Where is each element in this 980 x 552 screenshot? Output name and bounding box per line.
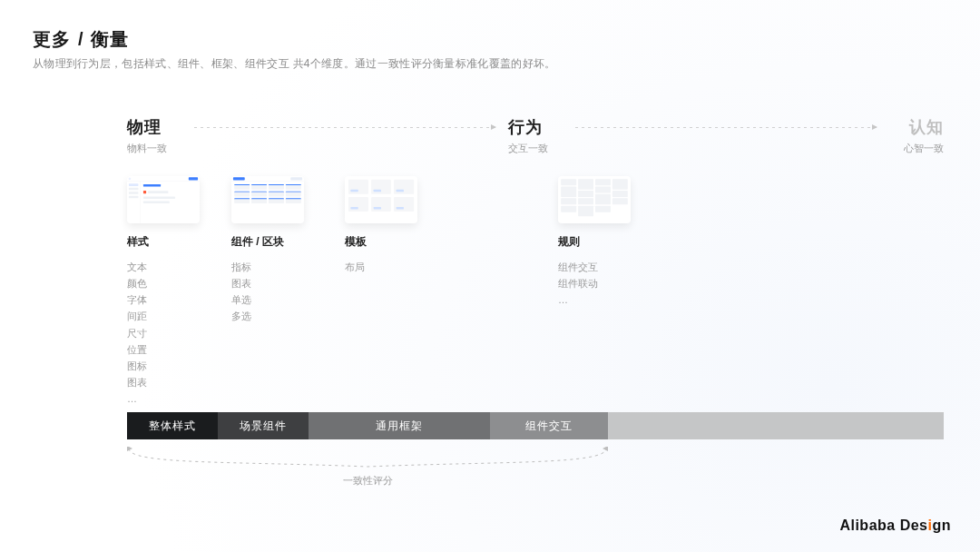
score-label: 一致性评分 bbox=[343, 474, 393, 488]
thumb-component bbox=[231, 176, 304, 223]
bar-seg-framework: 通用框架 bbox=[309, 412, 490, 439]
col-component-items: 指标 图表 单选 多选 bbox=[231, 259, 318, 325]
col-component: 组件 / 区块 指标 图表 单选 多选 bbox=[231, 176, 318, 407]
thumb-template bbox=[345, 176, 417, 223]
col-template-items: 布局 bbox=[345, 259, 422, 275]
list-item: 位置 bbox=[127, 341, 204, 358]
axis-cognition-heading: 认知 bbox=[909, 116, 944, 138]
axis-physical-heading: 物理 bbox=[127, 116, 181, 138]
list-item: 指标 bbox=[231, 259, 318, 275]
thumb-rule bbox=[558, 176, 631, 223]
axis-behavior: 行为 交互一致 bbox=[508, 116, 563, 155]
list-item: 组件交互 bbox=[558, 259, 658, 275]
col-style-items: 文本 颜色 字体 间距 尺寸 位置 图标 图表 … bbox=[127, 259, 204, 407]
col-template-title: 模板 bbox=[345, 234, 422, 250]
list-item: 布局 bbox=[345, 259, 422, 275]
list-item: 图表 bbox=[231, 275, 318, 291]
col-style-title: 样式 bbox=[127, 234, 204, 250]
title-separator: / bbox=[78, 29, 83, 50]
list-item: 尺寸 bbox=[127, 325, 204, 341]
brand-pre: Alibaba Des bbox=[839, 518, 927, 533]
svg-marker-0 bbox=[127, 447, 132, 451]
title-more: 更多 bbox=[33, 27, 71, 52]
col-style: 样式 文本 颜色 字体 间距 尺寸 位置 图标 图表 … bbox=[127, 176, 204, 407]
list-item: 图标 bbox=[127, 358, 204, 374]
axis-arrow-2 bbox=[575, 127, 877, 128]
bar-seg-remaining bbox=[608, 412, 944, 439]
axis-arrow-1 bbox=[194, 127, 495, 128]
slide: 更多 / 衡量 从物理到行为层，包括样式、组件、框架、组件交互 共4个维度。通过… bbox=[0, 0, 980, 552]
list-item: … bbox=[127, 390, 204, 407]
measure-bar: 整体样式 场景组件 通用框架 组件交互 bbox=[127, 412, 944, 439]
axis-physical: 物理 物料一致 bbox=[127, 116, 181, 155]
list-item: 组件联动 bbox=[558, 275, 658, 291]
list-item: 单选 bbox=[231, 291, 318, 308]
col-rule-title: 规则 bbox=[558, 234, 658, 250]
axis-behavior-heading: 行为 bbox=[508, 116, 563, 138]
col-rule-items: 组件交互 组件联动 … bbox=[558, 259, 658, 308]
title-main: 衡量 bbox=[91, 27, 129, 52]
axis-physical-sub: 物料一致 bbox=[127, 142, 181, 155]
brand-logo: Alibaba Design bbox=[839, 518, 951, 534]
list-item: 文本 bbox=[127, 259, 204, 275]
col-component-title: 组件 / 区块 bbox=[231, 234, 318, 250]
axis-cognition: 认知 心智一致 bbox=[889, 116, 944, 155]
list-item: … bbox=[558, 291, 658, 308]
svg-marker-1 bbox=[603, 447, 608, 451]
list-item: 颜色 bbox=[127, 275, 204, 291]
brand-post: gn bbox=[932, 518, 951, 533]
axis-behavior-sub: 交互一致 bbox=[508, 142, 563, 155]
col-rule: 规则 组件交互 组件联动 … bbox=[558, 176, 658, 407]
col-template: 模板 布局 bbox=[345, 176, 422, 407]
list-item: 字体 bbox=[127, 291, 204, 308]
columns: 样式 文本 颜色 字体 间距 尺寸 位置 图标 图表 … bbox=[127, 176, 658, 407]
axis-cognition-sub: 心智一致 bbox=[904, 142, 944, 155]
bar-seg-interact: 组件交互 bbox=[490, 412, 608, 439]
gap bbox=[449, 176, 531, 407]
subtitle: 从物理到行为层，包括样式、组件、框架、组件交互 共4个维度。通过一致性评分衡量标… bbox=[33, 56, 555, 72]
list-item: 多选 bbox=[231, 308, 318, 324]
list-item: 图表 bbox=[127, 374, 204, 390]
title-row: 更多 / 衡量 bbox=[33, 27, 129, 52]
axis-header: 物理 物料一致 行为 交互一致 认知 心智一致 bbox=[127, 116, 944, 155]
bar-seg-scene: 场景组件 bbox=[218, 412, 309, 439]
bar-seg-style: 整体样式 bbox=[127, 412, 218, 439]
thumb-style bbox=[127, 176, 200, 223]
list-item: 间距 bbox=[127, 308, 204, 324]
